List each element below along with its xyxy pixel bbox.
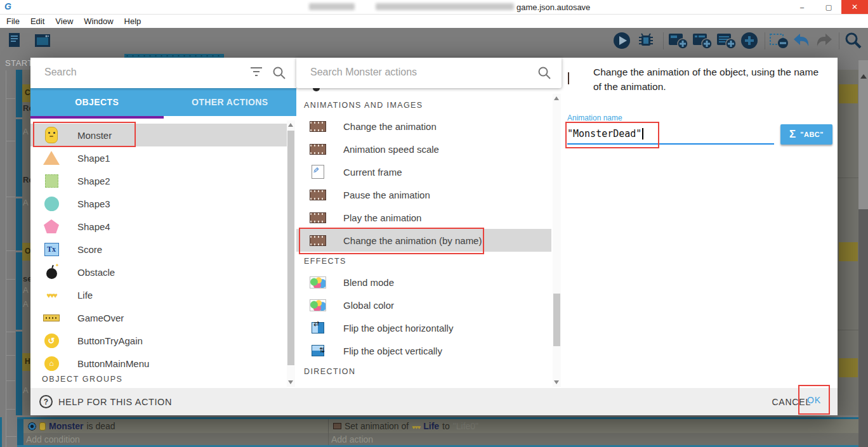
sigma-icon: Σ: [789, 128, 796, 141]
add-action-link[interactable]: Add action: [329, 433, 868, 445]
action-list-item[interactable]: Flip the object horizontally: [296, 316, 551, 339]
search-icon[interactable]: [272, 66, 286, 82]
film-icon: [568, 73, 569, 84]
action-list-item[interactable]: Play the animation: [296, 206, 551, 229]
object-list-item-shape1[interactable]: Shape1: [30, 146, 287, 169]
object-list-item-buttonmainmenu[interactable]: ButtonMainMenu: [30, 352, 287, 375]
hearts-icon: [42, 289, 61, 301]
film-icon: [309, 212, 327, 223]
object-list-item-shape2[interactable]: Shape2: [30, 169, 287, 192]
action-object-name: Life: [423, 421, 439, 431]
object-list-item-monster[interactable]: Monster: [30, 124, 287, 146]
object-list-item-shape4[interactable]: Shape4: [30, 215, 287, 238]
object-list-item-buttontryagain[interactable]: ButtonTryAgain: [30, 329, 287, 352]
object-label: Obstacle: [77, 267, 115, 278]
objects-panel: OBJECTS OTHER ACTIONS MonsterShape1Shape…: [30, 58, 296, 388]
scroll-up-arrow-icon[interactable]: [288, 123, 293, 127]
action-section-header: EFFECTS: [296, 252, 562, 271]
object-list-item-gameover[interactable]: GameOver: [30, 306, 287, 329]
minimize-button[interactable]: –: [789, 0, 815, 14]
preview-play-icon[interactable]: [612, 31, 631, 53]
add-event-icon[interactable]: [667, 31, 689, 53]
object-list-item-obstacle[interactable]: Obstacle: [30, 261, 287, 283]
action-list-item[interactable]: Change the animation: [296, 115, 551, 138]
actions-panel: ANIMATIONS AND IMAGESChange the animatio…: [296, 58, 562, 388]
background-events-right-edge: [838, 70, 858, 415]
square-icon: [42, 174, 61, 188]
maximize-button[interactable]: ▢: [816, 0, 841, 14]
action-list-item[interactable]: Blend mode: [296, 271, 551, 294]
menu-help[interactable]: Help: [124, 16, 141, 26]
event-actions-cell[interactable]: Set animation of Life to "Life0" Add act…: [328, 419, 868, 445]
scrollbar-thumb[interactable]: [287, 131, 294, 365]
object-list-item-shape3[interactable]: Shape3: [30, 192, 287, 215]
object-list-item-score[interactable]: Score: [30, 238, 287, 261]
objects-search-input[interactable]: [43, 66, 236, 79]
event-conditions-cell[interactable]: Monster is dead Add condition: [23, 419, 328, 445]
actions-scrollbar[interactable]: [553, 94, 561, 387]
tab-other-actions[interactable]: OTHER ACTIONS: [164, 88, 297, 116]
project-manager-icon[interactable]: [6, 31, 25, 53]
action-list-item[interactable]: Flip the object vertically: [296, 339, 551, 362]
scroll-down-arrow-icon[interactable]: [554, 380, 559, 384]
add-comment-icon[interactable]: [716, 31, 737, 53]
action-label: Flip the object horizontally: [343, 323, 453, 334]
add-subevent-icon[interactable]: [692, 31, 713, 53]
redo-icon[interactable]: [815, 31, 834, 53]
action-list-item[interactable]: Global color: [296, 294, 551, 316]
delete-event-icon[interactable]: [769, 31, 789, 53]
action-value: "Life0": [453, 421, 478, 431]
action-list-item[interactable]: Animation speed scale: [296, 138, 551, 160]
filter-icon[interactable]: [249, 67, 263, 79]
actions-search-input[interactable]: [309, 66, 502, 79]
add-condition-link[interactable]: Add condition: [23, 433, 328, 445]
object-list-item-life[interactable]: Life: [30, 283, 287, 306]
gdevelop-logo-icon: G: [4, 1, 11, 11]
action-label: Change the animation (by name): [343, 235, 482, 246]
image-icon: [309, 276, 327, 288]
banner-icon: [42, 314, 61, 321]
scrollbar-thumb[interactable]: [858, 209, 868, 447]
action-list-item[interactable]: Change the animation (by name): [296, 229, 551, 252]
redacted-path-segment: [376, 3, 514, 10]
scroll-up-arrow-icon[interactable]: [554, 96, 559, 100]
add-other-icon[interactable]: [740, 31, 759, 53]
help-link[interactable]: HELP FOR THIS ACTION: [58, 397, 172, 407]
menu-view[interactable]: View: [55, 16, 73, 26]
search-icon[interactable]: [844, 31, 863, 53]
background-event-fragment: A: [23, 285, 29, 295]
menu-file[interactable]: File: [6, 16, 20, 26]
ok-button[interactable]: OK: [807, 395, 821, 405]
scene-editor-icon[interactable]: [33, 31, 52, 53]
gear-icon: [28, 422, 36, 431]
action-list-item[interactable]: Pause the animation: [296, 183, 551, 206]
toolbar-separator: [663, 32, 664, 49]
debug-icon[interactable]: [636, 31, 655, 53]
object-label: Life: [77, 290, 93, 301]
toolbar-separator: [839, 32, 839, 49]
undo-icon[interactable]: [792, 31, 811, 53]
scroll-down-arrow-icon[interactable]: [288, 380, 293, 384]
expression-editor-button[interactable]: Σ "ABC": [780, 124, 832, 145]
search-icon[interactable]: [537, 66, 551, 82]
action-list-item[interactable]: Current frame: [296, 160, 551, 183]
background-events-left-edge: START CReAReAOseAAHA: [0, 58, 30, 415]
animation-name-input[interactable]: "MonsterDead": [567, 124, 774, 145]
events-scrollbar[interactable]: [858, 60, 868, 447]
object-label: ButtonMainMenu: [77, 358, 149, 369]
action-label: Flip the object vertically: [343, 346, 442, 356]
redacted-path-segment: [309, 3, 355, 10]
menu-window[interactable]: Window: [84, 16, 113, 26]
action-section-header: DIRECTION: [296, 362, 562, 381]
tab-objects[interactable]: OBJECTS: [30, 88, 164, 116]
action-text: to: [442, 421, 450, 431]
toolbar-separator: [765, 32, 765, 49]
menu-edit[interactable]: Edit: [30, 16, 44, 26]
background-event-fragment: H: [22, 353, 30, 371]
objects-scrollbar[interactable]: [287, 120, 295, 387]
objects-list: MonsterShape1Shape2Shape3Shape4ScoreObst…: [30, 119, 287, 380]
close-button[interactable]: ✕: [841, 0, 868, 14]
help-icon[interactable]: ?: [39, 395, 53, 408]
scrollbar-thumb[interactable]: [553, 294, 560, 346]
scroll-up-arrow-icon[interactable]: [860, 74, 867, 79]
